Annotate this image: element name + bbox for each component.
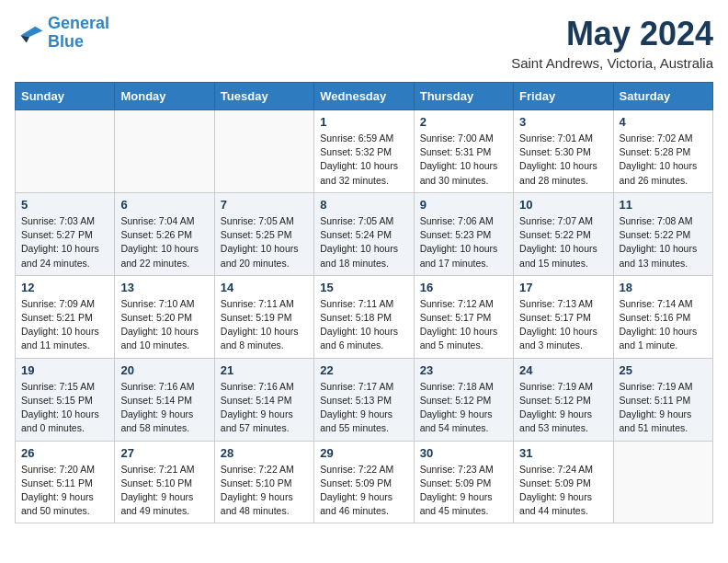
day-info: Sunrise: 7:22 AMSunset: 5:10 PMDaylight:… — [221, 463, 308, 519]
calendar-cell: 12Sunrise: 7:09 AMSunset: 5:21 PMDayligh… — [16, 275, 115, 358]
day-info: Sunrise: 7:22 AMSunset: 5:09 PMDaylight:… — [320, 463, 407, 519]
day-number: 6 — [120, 198, 208, 212]
day-info: Sunrise: 7:24 AMSunset: 5:09 PMDaylight:… — [519, 463, 607, 519]
day-info: Sunrise: 7:05 AMSunset: 5:24 PMDaylight:… — [320, 214, 407, 270]
day-number: 16 — [420, 281, 507, 294]
logo-text: General Blue — [48, 15, 109, 52]
calendar-cell: 4Sunrise: 7:02 AMSunset: 5:28 PMDaylight… — [613, 110, 712, 193]
day-number: 29 — [320, 446, 407, 460]
calendar-cell — [115, 110, 214, 193]
calendar-cell: 29Sunrise: 7:22 AMSunset: 5:09 PMDayligh… — [314, 441, 414, 523]
day-info: Sunrise: 7:03 AMSunset: 5:27 PMDaylight:… — [21, 214, 108, 270]
calendar-cell — [16, 110, 115, 193]
calendar-cell: 24Sunrise: 7:19 AMSunset: 5:12 PMDayligh… — [514, 358, 613, 441]
day-number: 1 — [320, 115, 407, 129]
page-header: General Blue May 2024 Saint Andrews, Vic… — [15, 15, 713, 71]
calendar-cell: 2Sunrise: 7:00 AMSunset: 5:31 PMDaylight… — [414, 110, 513, 193]
location: Saint Andrews, Victoria, Australia — [511, 55, 713, 71]
calendar-cell: 26Sunrise: 7:20 AMSunset: 5:11 PMDayligh… — [16, 441, 115, 523]
calendar-table: SundayMondayTuesdayWednesdayThursdayFrid… — [15, 82, 713, 523]
day-info: Sunrise: 7:09 AMSunset: 5:21 PMDaylight:… — [21, 297, 108, 353]
day-info: Sunrise: 7:02 AMSunset: 5:28 PMDaylight:… — [620, 132, 707, 188]
calendar-cell: 23Sunrise: 7:18 AMSunset: 5:12 PMDayligh… — [414, 358, 513, 441]
day-number: 15 — [320, 281, 407, 294]
day-info: Sunrise: 7:15 AMSunset: 5:15 PMDaylight:… — [21, 380, 108, 436]
header-wednesday: Wednesday — [314, 83, 414, 110]
day-info: Sunrise: 7:05 AMSunset: 5:25 PMDaylight:… — [221, 214, 308, 270]
day-number: 30 — [420, 446, 507, 460]
month-title: May 2024 — [511, 15, 713, 53]
day-info: Sunrise: 7:12 AMSunset: 5:17 PMDaylight:… — [420, 297, 507, 353]
calendar-week-row: 26Sunrise: 7:20 AMSunset: 5:11 PMDayligh… — [16, 441, 713, 523]
day-info: Sunrise: 7:18 AMSunset: 5:12 PMDaylight:… — [420, 380, 507, 436]
calendar-cell: 16Sunrise: 7:12 AMSunset: 5:17 PMDayligh… — [414, 275, 513, 358]
day-info: Sunrise: 7:23 AMSunset: 5:09 PMDaylight:… — [420, 463, 507, 519]
day-number: 9 — [420, 198, 507, 212]
calendar-cell: 11Sunrise: 7:08 AMSunset: 5:22 PMDayligh… — [613, 192, 712, 275]
calendar-cell: 27Sunrise: 7:21 AMSunset: 5:10 PMDayligh… — [115, 441, 214, 523]
calendar-cell: 14Sunrise: 7:11 AMSunset: 5:19 PMDayligh… — [214, 275, 313, 358]
calendar-cell: 1Sunrise: 6:59 AMSunset: 5:32 PMDaylight… — [314, 110, 414, 193]
day-info: Sunrise: 7:06 AMSunset: 5:23 PMDaylight:… — [420, 214, 507, 270]
calendar-cell: 20Sunrise: 7:16 AMSunset: 5:14 PMDayligh… — [115, 358, 214, 441]
calendar-cell: 6Sunrise: 7:04 AMSunset: 5:26 PMDaylight… — [115, 192, 214, 275]
day-number: 11 — [620, 198, 707, 212]
day-info: Sunrise: 7:19 AMSunset: 5:11 PMDaylight:… — [620, 380, 707, 436]
day-number: 4 — [620, 115, 707, 129]
header-saturday: Saturday — [613, 83, 712, 110]
day-number: 25 — [620, 363, 707, 377]
calendar-cell: 7Sunrise: 7:05 AMSunset: 5:25 PMDaylight… — [214, 192, 313, 275]
header-tuesday: Tuesday — [214, 83, 313, 110]
header-friday: Friday — [514, 83, 613, 110]
day-info: Sunrise: 7:16 AMSunset: 5:14 PMDaylight:… — [221, 380, 308, 436]
day-info: Sunrise: 7:01 AMSunset: 5:30 PMDaylight:… — [519, 132, 607, 188]
day-number: 22 — [320, 363, 407, 377]
day-info: Sunrise: 7:11 AMSunset: 5:19 PMDaylight:… — [221, 297, 308, 353]
day-number: 20 — [120, 363, 208, 377]
day-info: Sunrise: 7:07 AMSunset: 5:22 PMDaylight:… — [519, 214, 607, 270]
day-number: 14 — [221, 281, 308, 294]
day-number: 21 — [221, 363, 308, 377]
calendar-cell: 19Sunrise: 7:15 AMSunset: 5:15 PMDayligh… — [16, 358, 115, 441]
calendar-cell: 18Sunrise: 7:14 AMSunset: 5:16 PMDayligh… — [613, 275, 712, 358]
calendar-cell: 31Sunrise: 7:24 AMSunset: 5:09 PMDayligh… — [514, 441, 613, 523]
calendar-cell: 21Sunrise: 7:16 AMSunset: 5:14 PMDayligh… — [214, 358, 313, 441]
day-number: 26 — [21, 446, 108, 460]
day-number: 12 — [21, 281, 108, 294]
day-info: Sunrise: 7:08 AMSunset: 5:22 PMDaylight:… — [620, 214, 707, 270]
calendar-header-row: SundayMondayTuesdayWednesdayThursdayFrid… — [16, 83, 713, 110]
day-info: Sunrise: 7:13 AMSunset: 5:17 PMDaylight:… — [519, 297, 607, 353]
logo-line1: General — [48, 14, 109, 32]
calendar-cell: 5Sunrise: 7:03 AMSunset: 5:27 PMDaylight… — [16, 192, 115, 275]
day-info: Sunrise: 7:11 AMSunset: 5:18 PMDaylight:… — [320, 297, 407, 353]
calendar-cell: 17Sunrise: 7:13 AMSunset: 5:17 PMDayligh… — [514, 275, 613, 358]
day-number: 27 — [120, 446, 208, 460]
calendar-week-row: 12Sunrise: 7:09 AMSunset: 5:21 PMDayligh… — [16, 275, 713, 358]
day-number: 18 — [620, 281, 707, 294]
day-info: Sunrise: 7:00 AMSunset: 5:31 PMDaylight:… — [420, 132, 507, 188]
calendar-cell: 10Sunrise: 7:07 AMSunset: 5:22 PMDayligh… — [514, 192, 613, 275]
header-thursday: Thursday — [414, 83, 513, 110]
calendar-cell: 30Sunrise: 7:23 AMSunset: 5:09 PMDayligh… — [414, 441, 513, 523]
calendar-cell: 8Sunrise: 7:05 AMSunset: 5:24 PMDaylight… — [314, 192, 414, 275]
day-info: Sunrise: 7:19 AMSunset: 5:12 PMDaylight:… — [519, 380, 607, 436]
day-number: 5 — [21, 198, 108, 212]
calendar-cell — [214, 110, 313, 193]
day-info: Sunrise: 7:04 AMSunset: 5:26 PMDaylight:… — [120, 214, 208, 270]
day-number: 24 — [519, 363, 607, 377]
calendar-cell: 22Sunrise: 7:17 AMSunset: 5:13 PMDayligh… — [314, 358, 414, 441]
calendar-cell — [613, 441, 712, 523]
day-info: Sunrise: 7:16 AMSunset: 5:14 PMDaylight:… — [120, 380, 208, 436]
day-info: Sunrise: 7:20 AMSunset: 5:11 PMDaylight:… — [21, 463, 108, 519]
day-number: 3 — [519, 115, 607, 129]
day-info: Sunrise: 7:10 AMSunset: 5:20 PMDaylight:… — [120, 297, 208, 353]
svg-marker-0 — [20, 27, 42, 37]
day-number: 17 — [519, 281, 607, 294]
day-number: 10 — [519, 198, 607, 212]
day-number: 23 — [420, 363, 507, 377]
header-monday: Monday — [115, 83, 214, 110]
calendar-week-row: 5Sunrise: 7:03 AMSunset: 5:27 PMDaylight… — [16, 192, 713, 275]
day-info: Sunrise: 7:17 AMSunset: 5:13 PMDaylight:… — [320, 380, 407, 436]
header-sunday: Sunday — [16, 83, 115, 110]
calendar-cell: 25Sunrise: 7:19 AMSunset: 5:11 PMDayligh… — [613, 358, 712, 441]
